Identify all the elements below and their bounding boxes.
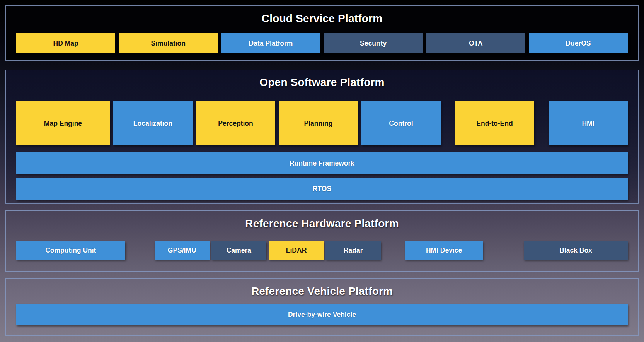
block-data-platform: Data Platform — [221, 33, 320, 53]
block-gps-imu: GPS/IMU — [155, 241, 210, 260]
block-rtos: RTOS — [16, 178, 628, 200]
open-software-platform-panel: Open Software Platform Map Engine Locali… — [5, 70, 639, 204]
software-module-row: Map Engine Localization Perception Plann… — [16, 101, 628, 145]
block-computing-unit: Computing Unit — [16, 241, 125, 260]
block-planning: Planning — [279, 101, 358, 145]
block-dueros: DuerOS — [529, 33, 628, 53]
block-perception: Perception — [196, 101, 275, 145]
vehicle-platform-title: Reference Vehicle Platform — [16, 279, 628, 298]
reference-hardware-platform-panel: Reference Hardware Platform Computing Un… — [5, 210, 639, 272]
block-hmi-device: HMI Device — [405, 241, 483, 260]
block-camera: Camera — [211, 241, 266, 260]
block-security: Security — [324, 33, 423, 53]
block-radar: Radar — [325, 241, 380, 260]
hardware-row: Computing Unit GPS/IMU Camera LiDAR Rada… — [16, 241, 628, 260]
block-hmi: HMI — [549, 101, 628, 145]
block-end-to-end: End-to-End — [455, 101, 534, 145]
block-map-engine: Map Engine — [16, 101, 110, 145]
cloud-platform-title: Cloud Service Platform — [16, 6, 628, 25]
block-simulation: Simulation — [119, 33, 218, 53]
block-control: Control — [361, 101, 441, 145]
reference-vehicle-platform-panel: Reference Vehicle Platform Drive-by-wire… — [5, 278, 639, 336]
block-localization: Localization — [113, 101, 193, 145]
block-black-box: Black Box — [524, 241, 628, 260]
hardware-platform-title: Reference Hardware Platform — [16, 211, 628, 230]
block-ota: OTA — [426, 33, 525, 53]
block-lidar: LiDAR — [269, 241, 324, 260]
cloud-service-platform-panel: Cloud Service Platform HD Map Simulation… — [5, 5, 639, 61]
architecture-diagram: Cloud Service Platform HD Map Simulation… — [0, 0, 644, 342]
block-runtime-framework: Runtime Framework — [16, 152, 628, 174]
block-drive-by-wire-vehicle: Drive-by-wire Vehicle — [16, 304, 628, 325]
software-platform-title: Open Software Platform — [16, 70, 628, 89]
cloud-platform-row: HD Map Simulation Data Platform Security… — [16, 33, 628, 53]
block-hd-map: HD Map — [16, 33, 115, 53]
